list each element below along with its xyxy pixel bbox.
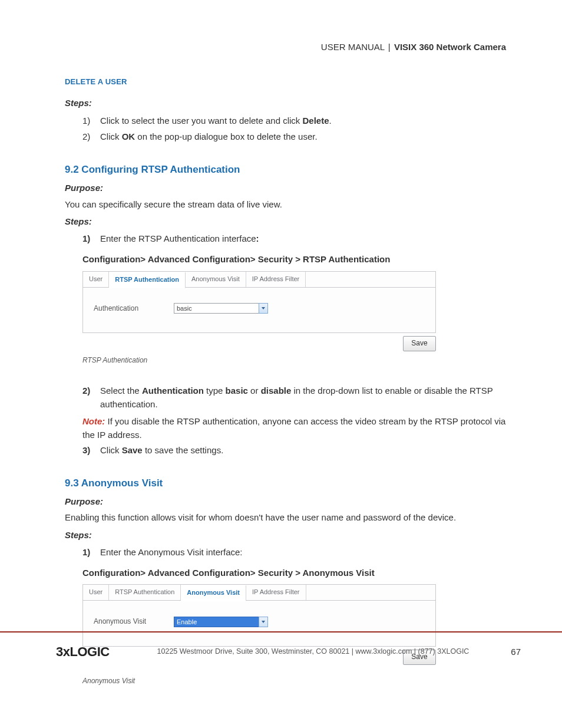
- figure-caption: Anonymous Visit: [82, 676, 506, 687]
- section-9-3-heading: 9.3 Anonymous Visit: [65, 476, 506, 491]
- step-number: 1): [82, 545, 90, 559]
- anonymous-visit-label: Anonymous Visit: [94, 616, 153, 627]
- list-item: 1) Enter the Anonymous Visit interface:: [82, 545, 506, 559]
- rtsp-auth-panel: User RTSP Authentication Anonymous Visit…: [82, 271, 436, 334]
- step-text: Enter the Anonymous Visit interface:: [100, 547, 243, 557]
- select-value: Enable: [174, 617, 259, 627]
- step-bold: Authentication: [142, 386, 204, 396]
- steps-label: Steps:: [65, 528, 506, 542]
- note-text: If you disable the RTSP authentication, …: [82, 416, 505, 440]
- tab-bar: User RTSP Authentication Anonymous Visit…: [83, 272, 435, 288]
- authentication-select[interactable]: basic: [174, 303, 268, 314]
- step-number: 1): [82, 114, 90, 127]
- anonymous-visit-select[interactable]: Enable: [174, 617, 268, 627]
- step-text: Select the: [100, 386, 142, 396]
- tab-ip-address-filter[interactable]: IP Address Filter: [246, 585, 306, 600]
- purpose-label: Purpose:: [65, 495, 506, 508]
- step-text: Click to select the user you want to del…: [100, 116, 303, 126]
- step-number: 3): [82, 443, 90, 457]
- panel-body: Anonymous Visit Enable: [83, 601, 435, 633]
- step-text: Click: [100, 131, 122, 141]
- step-number: 2): [82, 384, 90, 397]
- save-button[interactable]: Save: [403, 336, 436, 351]
- step-text: to save the settings.: [143, 445, 224, 455]
- list-item: 3) Click Save to save the settings.: [82, 443, 506, 457]
- step-text: Click: [100, 445, 122, 455]
- chevron-down-icon: [262, 307, 265, 309]
- figure-caption: RTSP Authentication: [82, 355, 506, 366]
- tab-anonymous-visit[interactable]: Anonymous Visit: [181, 585, 246, 601]
- step-text: type: [204, 386, 226, 396]
- page-footer: 3xLOGIC 10225 Westmoor Drive, Suite 300,…: [56, 642, 521, 662]
- step-number: 2): [82, 130, 90, 143]
- step-bold: OK: [122, 131, 135, 141]
- config-path: Configuration> Advanced Configuration> S…: [82, 252, 506, 266]
- header-left: USER MANUAL: [321, 42, 385, 52]
- s92-continued: 2) Select the Authentication type basic …: [82, 384, 506, 457]
- select-dropdown-button[interactable]: [259, 303, 268, 314]
- delete-user-heading: DELETE A USER: [65, 76, 506, 88]
- step-text: on the pop-up dialogue box to delete the…: [135, 131, 317, 141]
- tab-user[interactable]: User: [83, 272, 109, 287]
- step-bold: Delete: [303, 116, 329, 126]
- step-number: 1): [82, 232, 90, 245]
- select-dropdown-button[interactable]: [259, 617, 268, 627]
- note-line: Note: If you disable the RTSP authentica…: [82, 414, 506, 442]
- authentication-label: Authentication: [94, 303, 153, 314]
- s93-step1-list: 1) Enter the Anonymous Visit interface:: [65, 545, 506, 559]
- tab-anonymous-visit[interactable]: Anonymous Visit: [186, 272, 246, 287]
- footer-address: 10225 Westmoor Drive, Suite 300, Westmin…: [127, 646, 500, 657]
- tab-ip-address-filter[interactable]: IP Address Filter: [246, 272, 306, 287]
- step-bold: disable: [261, 386, 292, 396]
- logo: 3xLOGIC: [56, 642, 110, 662]
- list-item: 1) Enter the RTSP Authentication interfa…: [82, 232, 506, 245]
- delete-user-steps: 1) Click to select the user you want to …: [65, 114, 506, 144]
- note-label: Note:: [82, 416, 105, 426]
- step-text: .: [329, 116, 332, 126]
- step-colon: :: [256, 233, 259, 243]
- page-number: 67: [511, 645, 521, 658]
- step-text: or: [248, 386, 261, 396]
- header-right: VISIX 360 Network Camera: [394, 42, 506, 52]
- page-header: USER MANUAL | VISIX 360 Network Camera: [65, 40, 506, 54]
- step-text: Enter the RTSP Authentication interface: [100, 233, 256, 243]
- list-item: 2) Select the Authentication type basic …: [82, 384, 506, 411]
- footer-separator: [0, 631, 562, 633]
- config-path: Configuration> Advanced Configuration> S…: [82, 566, 506, 579]
- step-bold: Save: [122, 445, 143, 455]
- list-item: 2) Click OK on the pop-up dialogue box t…: [82, 130, 506, 143]
- header-pipe: |: [388, 42, 391, 52]
- step-bold: basic: [226, 386, 248, 396]
- section-9-2-heading: 9.2 Configuring RTSP Authentication: [65, 162, 506, 177]
- steps-label: Steps:: [65, 96, 506, 110]
- select-value: basic: [174, 303, 259, 314]
- tab-bar: User RTSP Authentication Anonymous Visit…: [83, 585, 435, 601]
- list-item: 1) Click to select the user you want to …: [82, 114, 506, 127]
- s92-step1-list: 1) Enter the RTSP Authentication interfa…: [65, 232, 506, 245]
- tab-user[interactable]: User: [83, 585, 109, 600]
- purpose-text: Enabling this function allows visit for …: [65, 510, 506, 524]
- save-row: Save: [82, 335, 436, 351]
- tab-rtsp-authentication[interactable]: RTSP Authentication: [109, 585, 181, 600]
- purpose-label: Purpose:: [65, 181, 506, 195]
- anonymous-visit-panel: User RTSP Authentication Anonymous Visit…: [82, 584, 436, 647]
- tab-rtsp-authentication[interactable]: RTSP Authentication: [109, 272, 186, 288]
- purpose-text: You can specifically secure the stream d…: [65, 197, 506, 211]
- steps-label: Steps:: [65, 215, 506, 228]
- chevron-down-icon: [262, 621, 265, 623]
- panel-body: Authentication basic: [83, 288, 435, 320]
